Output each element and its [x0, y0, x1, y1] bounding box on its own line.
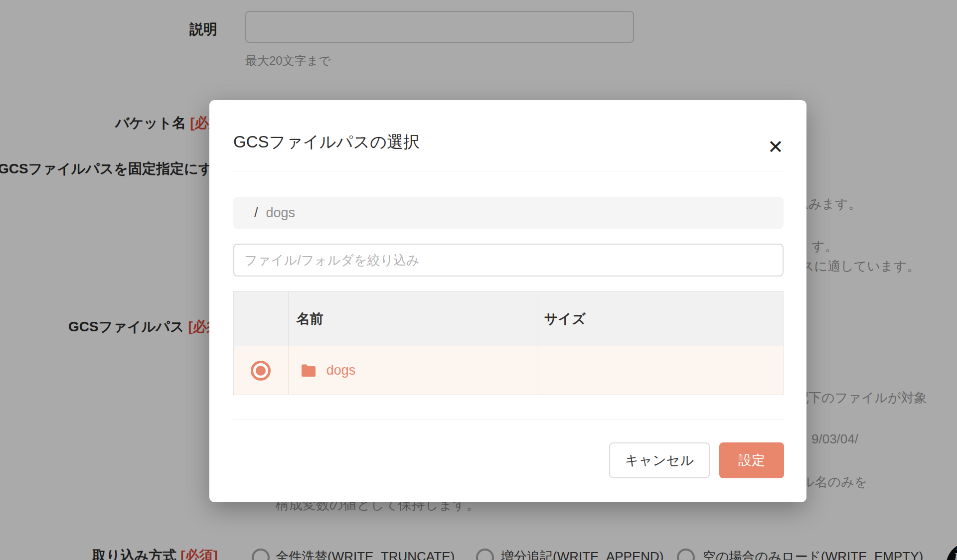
row-radio-selected[interactable] — [251, 361, 271, 381]
name-column-header: 名前 — [289, 291, 537, 346]
size-column-header: サイズ — [537, 291, 783, 346]
radio-dot — [256, 366, 266, 376]
folder-icon — [301, 364, 316, 377]
size-column-header-text: サイズ — [544, 310, 586, 328]
dialog-title: GCSファイルパスの選択 — [233, 131, 420, 153]
file-table-header: 名前 サイズ — [234, 291, 783, 346]
breadcrumb-root-slash[interactable]: / — [254, 205, 258, 221]
select-column-header — [234, 291, 289, 346]
gcs-path-select-dialog: GCSファイルパスの選択 ✕ / dogs 名前 サイズ — [209, 100, 806, 502]
name-column-header-text: 名前 — [297, 310, 323, 328]
row-size-cell — [537, 346, 783, 395]
row-name-cell: dogs — [289, 346, 537, 395]
file-table: 名前 サイズ dogs — [233, 291, 784, 395]
dialog-footer-divider — [233, 419, 784, 420]
filter-input[interactable] — [233, 244, 784, 277]
breadcrumb[interactable]: / dogs — [233, 197, 784, 229]
submit-button[interactable]: 設定 — [719, 442, 784, 478]
cancel-button-label: キャンセル — [625, 451, 694, 469]
row-select-cell — [234, 346, 289, 395]
dialog-header-divider — [233, 171, 784, 171]
breadcrumb-current-folder: dogs — [266, 205, 296, 221]
cancel-button[interactable]: キャンセル — [609, 442, 710, 478]
table-row[interactable]: dogs — [234, 346, 783, 395]
folder-name-link[interactable]: dogs — [326, 363, 356, 378]
submit-button-label: 設定 — [738, 451, 765, 469]
close-icon[interactable]: ✕ — [764, 135, 788, 159]
